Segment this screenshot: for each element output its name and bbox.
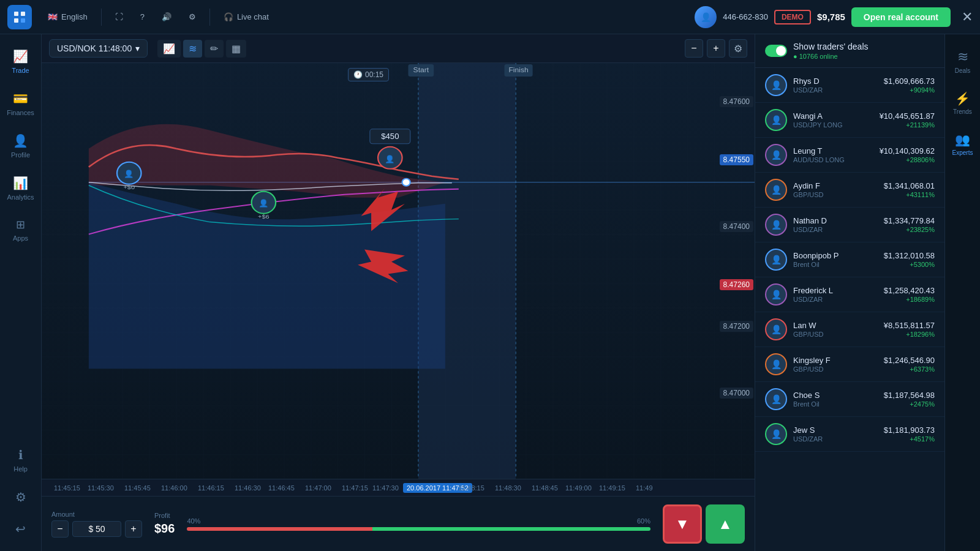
profit-value: $96 bbox=[154, 522, 175, 536]
online-dot: ● bbox=[793, 53, 797, 60]
trader-pair: AUD/USD LONG bbox=[793, 156, 873, 163]
sidebar-item-profile[interactable]: 👤 Profile bbox=[0, 126, 41, 166]
user-avatar: 👤 bbox=[695, 6, 717, 28]
sidebar-item-analytics[interactable]: 📊 Analytics bbox=[0, 168, 41, 208]
amount-increase-btn[interactable]: + bbox=[125, 520, 142, 538]
symbol-selector[interactable]: USD/NOK 11:48:00 ▾ bbox=[49, 39, 148, 58]
trader-avatar: 👤 bbox=[765, 423, 787, 445]
trader-info: Frederick L USD/ZAR bbox=[793, 286, 878, 303]
language-selector[interactable]: 🇬🇧 English bbox=[42, 9, 94, 25]
sell-button[interactable]: ▼ bbox=[663, 504, 702, 544]
trader-pair: Brent Oil bbox=[793, 400, 878, 408]
progress-right-pct: 60% bbox=[637, 517, 650, 525]
trader-info: Leung T AUD/USD LONG bbox=[793, 146, 873, 163]
trader-item[interactable]: 👤 Lan W GBP/USD ¥8,515,811.57 +18296% bbox=[755, 312, 944, 347]
fullscreen-btn[interactable]: ⛶ bbox=[109, 9, 129, 25]
trader-pair: GBP/USD bbox=[793, 191, 878, 198]
trader-pair: GBP/USD bbox=[793, 331, 878, 338]
trader-item[interactable]: 👤 Jew S USD/ZAR $1,181,903.73 +4517% bbox=[755, 417, 944, 452]
line-chart-btn[interactable]: 📈 bbox=[157, 40, 181, 58]
time-label: 11:49 bbox=[636, 484, 653, 492]
sidebar-item-settings[interactable]: ⚙ bbox=[0, 482, 41, 512]
sidebar-item-trade[interactable]: 📈 Trade bbox=[0, 42, 41, 81]
close-button[interactable]: ✕ bbox=[962, 9, 973, 25]
sound-btn[interactable]: 🔊 bbox=[156, 9, 178, 25]
traders-deals-toggle[interactable] bbox=[765, 45, 787, 57]
trader-name: Lan W bbox=[793, 321, 878, 330]
trader-item[interactable]: 👤 Wangi A USD/JPY LONG ¥10,445,651.87 +2… bbox=[755, 103, 944, 138]
trader-item[interactable]: 👤 Frederick L USD/ZAR $1,258,420.43 +186… bbox=[755, 277, 944, 312]
price-label-current: 8.47550 bbox=[720, 154, 753, 165]
trader-item[interactable]: 👤 Rhys D USD/ZAR $1,609,666.73 +9094% bbox=[755, 68, 944, 103]
trader-item[interactable]: 👤 Leung T AUD/USD LONG ¥10,140,309.62 +2… bbox=[755, 138, 944, 173]
chart-area: USD/NOK 11:48:00 ▾ 📈 ≋ ✏ ▦ − + ⚙ 🕐 00:15 bbox=[42, 34, 755, 551]
online-count: ● 10766 online bbox=[793, 53, 869, 60]
buy-button[interactable]: ▲ bbox=[706, 504, 745, 544]
amount-section: Amount − + bbox=[51, 511, 142, 538]
area-chart-btn[interactable]: ≋ bbox=[183, 40, 202, 58]
sidebar-item-finances[interactable]: 💳 Finances bbox=[0, 84, 41, 124]
progress-sell-fill bbox=[187, 527, 372, 531]
logo[interactable] bbox=[7, 5, 32, 29]
sidebar-item-apps[interactable]: ⊞ Apps bbox=[0, 211, 41, 249]
trader-avatar: 👤 bbox=[765, 249, 787, 271]
svg-text:👤: 👤 bbox=[385, 154, 395, 163]
sidebar-item-logout[interactable]: ↩ bbox=[0, 514, 41, 544]
apps-icon: ⊞ bbox=[16, 218, 25, 231]
live-chat-btn[interactable]: 🎧 Live chat bbox=[217, 9, 275, 25]
trader-amount: $1,246,546.90 bbox=[884, 356, 935, 365]
far-sidebar-item-trends[interactable]: ⚡ Trends bbox=[945, 83, 980, 124]
price-label-3: 8.47400 bbox=[720, 221, 753, 232]
trader-amount: $1,341,068.01 bbox=[884, 181, 935, 190]
open-real-account-button[interactable]: Open real account bbox=[851, 7, 951, 27]
help-btn[interactable]: ? bbox=[134, 9, 151, 25]
trader-pct: +4517% bbox=[884, 435, 935, 443]
amount-decrease-btn[interactable]: − bbox=[51, 520, 69, 538]
svg-text:👤: 👤 bbox=[258, 198, 269, 208]
trader-pair: USD/ZAR bbox=[793, 435, 878, 443]
trader-profit: $1,312,010.58 +5300% bbox=[884, 251, 935, 268]
flag-icon: 🇬🇧 bbox=[48, 12, 58, 21]
time-label: 11:46:00 bbox=[161, 484, 187, 492]
time-axis: 11:45:15 11:45:30 11:45:45 11:46:00 11:4… bbox=[42, 479, 755, 496]
sidebar-item-help[interactable]: ℹ Help bbox=[0, 440, 41, 480]
trader-amount: $1,181,903.73 bbox=[884, 425, 935, 435]
amount-control: − + bbox=[51, 520, 142, 538]
time-label: 11:46:15 bbox=[198, 484, 224, 492]
symbol-label: USD/NOK 11:48:00 bbox=[57, 43, 132, 53]
trader-name: Choe S bbox=[793, 391, 878, 400]
chart-canvas[interactable]: 🕐 00:15 bbox=[42, 63, 755, 479]
deals-icon: ≋ bbox=[957, 49, 968, 65]
trader-item[interactable]: 👤 Nathan D USD/ZAR $1,334,779.84 +23825% bbox=[755, 208, 944, 242]
zoom-in-btn[interactable]: + bbox=[707, 39, 725, 58]
chart-svg: 👤 +$0 👤 +$6 $450 👤 bbox=[42, 63, 755, 479]
chart-type-buttons: 📈 ≋ ✏ ▦ bbox=[157, 40, 246, 58]
far-sidebar-item-deals[interactable]: ≋ Deals bbox=[945, 40, 980, 83]
trader-pct: +43111% bbox=[884, 191, 935, 198]
trader-info: Boonpipob P Brent Oil bbox=[793, 251, 878, 268]
chart-settings-btn[interactable]: ⚙ bbox=[729, 39, 747, 58]
trader-pct: +6373% bbox=[884, 365, 935, 373]
trader-item[interactable]: 👤 Aydin F GBP/USD $1,341,068.01 +43111% bbox=[755, 173, 944, 208]
trader-item[interactable]: 👤 Choe S Brent Oil $1,187,564.98 +2475% bbox=[755, 382, 944, 417]
time-label: 11:48:15 bbox=[458, 484, 484, 492]
settings-btn[interactable]: ⚙ bbox=[183, 9, 202, 25]
traders-list[interactable]: 👤 Rhys D USD/ZAR $1,609,666.73 +9094% 👤 … bbox=[755, 68, 944, 551]
zoom-out-btn[interactable]: − bbox=[685, 39, 703, 58]
bar-chart-btn[interactable]: ▦ bbox=[226, 40, 246, 58]
trader-profit: $1,609,666.73 +9094% bbox=[884, 77, 935, 94]
trader-item[interactable]: 👤 Kingsley F GBP/USD $1,246,546.90 +6373… bbox=[755, 347, 944, 382]
trader-info: Jew S USD/ZAR bbox=[793, 425, 878, 443]
right-panel: Show traders' deals ● 10766 online 👤 Rhy… bbox=[755, 34, 944, 551]
price-label-4: 8.47260 bbox=[720, 279, 753, 290]
pencil-btn[interactable]: ✏ bbox=[205, 40, 224, 58]
trends-icon: ⚡ bbox=[955, 91, 970, 106]
far-sidebar-item-experts[interactable]: 👥 Experts bbox=[945, 124, 980, 165]
amount-input[interactable] bbox=[72, 521, 121, 537]
panel-header-text: Show traders' deals ● 10766 online bbox=[793, 42, 869, 60]
trader-name: Kingsley F bbox=[793, 356, 878, 365]
demo-badge: DEMO bbox=[774, 10, 811, 24]
svg-rect-3 bbox=[21, 18, 25, 23]
trader-pct: +23825% bbox=[884, 226, 935, 233]
trader-item[interactable]: 👤 Boonpipob P Brent Oil $1,312,010.58 +5… bbox=[755, 242, 944, 277]
